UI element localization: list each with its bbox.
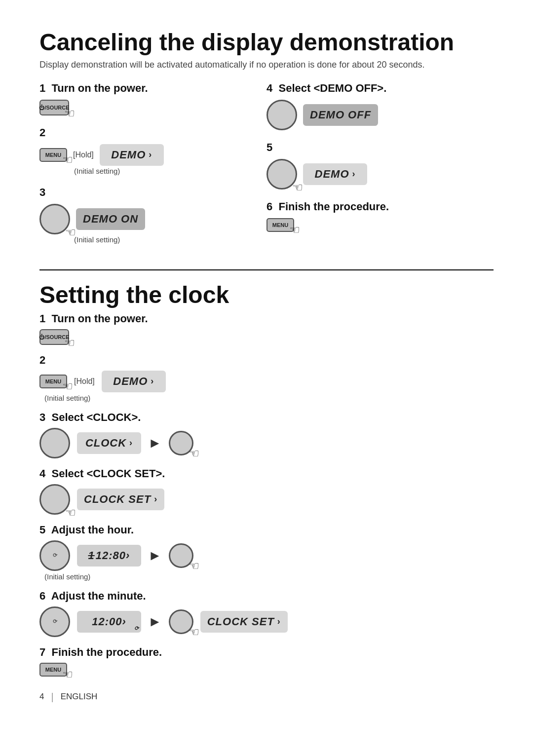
step-label: Adjust the minute. [51, 590, 146, 602]
display-time1: 1 12:80 › [77, 545, 141, 567]
footer-lang: ENGLISH [61, 692, 98, 702]
step-note-initial3: (Initial setting) [44, 394, 494, 402]
section1-subtitle: Display demonstration will be activated … [39, 60, 494, 70]
display-demo: DEMO › [100, 144, 164, 166]
step-num: 6 [39, 590, 45, 602]
step-num: 5 [39, 524, 45, 536]
hand-cursor-icon: ☞ [292, 181, 303, 194]
knob-container-hour: ⟳ [39, 540, 70, 571]
display-clock: CLOCK › [77, 432, 141, 454]
step-1-demo: 1 Turn on the power. ⏻/SOURCE ☞ [39, 82, 266, 115]
hand-cursor-icon: ☞ [62, 379, 73, 393]
display-clock-set: CLOCK SET › [77, 489, 164, 510]
arrow-right-icon: ► [148, 435, 162, 451]
knob-container-4 [266, 100, 297, 130]
clock-step-2: 2 MENU ☞ [Hold] DEMO › (Initial setting) [39, 354, 494, 402]
section1-col-right: 4 Select <DEMO OFF>. DEMO OFF 5 ☞ [266, 82, 494, 255]
step-label: Select <DEMO OFF>. [278, 82, 386, 94]
section-divider [39, 269, 494, 270]
clock-step-7: 7 Finish the procedure. MENU ☞ [39, 646, 494, 677]
step-label: Select <CLOCK>. [51, 411, 141, 423]
hand-cursor-icon: ☞ [64, 336, 75, 350]
step-6-demo: 6 Finish the procedure. MENU ☞ [266, 200, 494, 232]
power-btn-container: ⏻/SOURCE ☞ [39, 329, 69, 345]
dial-knob-4[interactable] [266, 100, 297, 130]
step-label: Finish the procedure. [278, 200, 389, 213]
hold-label: [Hold] [73, 151, 94, 159]
knob-container-clock [39, 428, 70, 458]
display-demo-2: DEMO › [303, 163, 367, 185]
step-label: Select <CLOCK SET>. [51, 467, 165, 480]
hand-cursor-icon: ☞ [65, 226, 76, 239]
hand-cursor-icon: ☞ [62, 668, 73, 681]
step-num: 2 [39, 354, 45, 366]
spin-indicator: ⟳ [134, 625, 139, 632]
clock-step-3: 3 Select <CLOCK>. CLOCK › ► ☞ [39, 411, 494, 458]
arrow-right-icon-2: ► [148, 548, 162, 564]
step-label: Adjust the hour. [51, 524, 134, 536]
dial-knob-min[interactable]: ⟳ [39, 606, 70, 637]
step-num: 7 [39, 646, 45, 658]
knob-container-min2: ☞ [169, 609, 193, 634]
step-num: 3 [39, 186, 45, 198]
hand-cursor-icon: ☞ [62, 153, 73, 167]
dial-knob-clock[interactable] [39, 428, 70, 458]
display-demo-off: DEMO OFF [303, 104, 378, 126]
display-arrow: › [151, 376, 154, 386]
step-2-demo: 2 MENU ☞ [Hold] DEMO › (Initial setting) [39, 126, 266, 175]
display-arrow-time1: › [126, 549, 130, 562]
section1-title: Canceling the display demonstration [39, 30, 494, 56]
step-label: Turn on the power. [51, 82, 148, 94]
menu-btn-container-2: MENU ☞ [39, 375, 67, 388]
section1-col-left: 1 Turn on the power. ⏻/SOURCE ☞ 2 [39, 82, 266, 255]
step-label: Turn on the power. [51, 312, 148, 325]
hand-cursor-icon: ☞ [64, 107, 75, 120]
step-num: 4 [266, 82, 272, 94]
display-arrow-clockset2: › [277, 616, 281, 627]
step-note-initial2: (Initial setting) [74, 235, 266, 244]
power-button-knob: ⏻/SOURCE ☞ [39, 100, 69, 115]
footer-separator: | [51, 691, 53, 703]
step-num: 4 [39, 467, 45, 480]
step-num: 1 [39, 82, 45, 94]
knob-container-hour2: ☞ [169, 543, 193, 568]
display-arrow-clockset: › [154, 494, 157, 504]
clock-step-4: 4 Select <CLOCK SET>. ☞ CLOCK SET › [39, 467, 494, 515]
clock-step-5: 5 Adjust the hour. ⟳ 1 12:80 › ► ☞ (Init… [39, 524, 494, 581]
display-clock-set-2: CLOCK SET › [200, 611, 288, 633]
hand-cursor-icon: ☞ [189, 559, 199, 573]
step-label: Finish the procedure. [51, 646, 162, 658]
step-note-initial4: (Initial setting) [44, 572, 494, 581]
hand-cursor-icon: ☞ [189, 625, 199, 639]
menu-btn-container-7: MENU ☞ [39, 663, 67, 677]
display-demo-clock: DEMO › [102, 371, 166, 392]
section1-steps: 1 Turn on the power. ⏻/SOURCE ☞ 2 [39, 82, 494, 255]
menu-btn-container-6: MENU ☞ [266, 218, 294, 232]
hand-cursor-icon: ☞ [65, 506, 76, 520]
clock-step-1: 1 Turn on the power. ⏻/SOURCE ☞ [39, 312, 494, 345]
section2-title: Setting the clock [39, 282, 494, 308]
hand-cursor-icon: ☞ [189, 447, 199, 460]
display-arrow2: › [352, 169, 356, 179]
footer: 4 | ENGLISH [39, 691, 494, 703]
hand-cursor-icon: ☞ [289, 223, 300, 237]
display-demo-on: DEMO ON [76, 208, 145, 230]
step-num: 6 [266, 200, 272, 213]
hold-label-2: [Hold] [74, 377, 95, 386]
step-num: 2 [39, 126, 45, 139]
step-3-demo: 3 ☞ DEMO ON (Initial setting) [39, 186, 266, 244]
step-num: 5 [266, 141, 272, 153]
knob-container-min: ⟳ [39, 606, 70, 637]
display-arrow-time2: › [122, 615, 126, 628]
section2-steps: 1 Turn on the power. ⏻/SOURCE ☞ 2 MENU ☞ [39, 312, 494, 677]
knob-container-clockset: ☞ [39, 484, 70, 515]
display-time2: 12:00 › ⟳ [77, 611, 141, 633]
menu-btn-container: MENU ☞ [39, 148, 67, 162]
knob-container-3: ☞ [39, 204, 70, 234]
arrow-right-icon-3: ► [148, 614, 162, 630]
page-number: 4 [39, 692, 44, 702]
display-arrow: › [149, 150, 152, 160]
knob-container-5: ☞ [266, 159, 297, 189]
knob-container-clock2: ☞ [169, 431, 193, 455]
dial-knob-hour[interactable]: ⟳ [39, 540, 70, 571]
